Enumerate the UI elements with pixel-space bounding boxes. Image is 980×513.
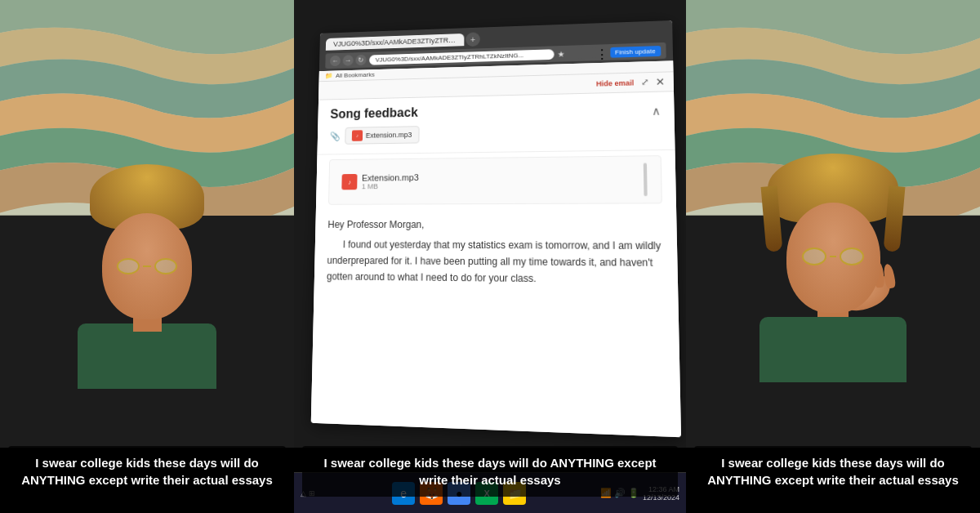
refresh-btn[interactable]: ↻ — [356, 55, 367, 66]
expand-icon[interactable]: ⤢ — [641, 77, 649, 87]
attachment-file-info: Extension.mp3 1 MB — [362, 173, 419, 191]
paperclip-icon: 📎 — [330, 132, 341, 142]
email-content-area: Hide email ⤢ ✕ Song feedback ∧ 📎 ♪ — [311, 73, 681, 438]
email-body-text: I found out yesterday that my statistics… — [327, 238, 664, 289]
person-left — [65, 164, 229, 389]
bookmark-folder-icon: 📁 — [325, 73, 332, 80]
browser-tab-active: VJUG0%3D/sxx/AAMkADE3ZTIyZTRhLTZkNzItNG.… — [326, 33, 465, 51]
right-panel: I swear college kids these days will do … — [686, 0, 980, 513]
attachment-chip[interactable]: ♪ Extension.mp3 — [345, 127, 419, 145]
mp3-chip-icon: ♪ — [352, 131, 363, 142]
browser-actions: ★ ⋮ — [557, 47, 607, 60]
bookmark-star-icon[interactable]: ★ — [557, 50, 564, 59]
caption-text-right: I swear college kids these days will do … — [707, 456, 959, 487]
email-greeting: Hey Professor Morgan, — [327, 217, 662, 234]
tab-label: VJUG0%3D/sxx/AAMkADE3ZTIyZTRhLTZkNzItNG.… — [333, 35, 464, 48]
bookmarks-label[interactable]: All Bookmarks — [336, 71, 375, 79]
profile-icon — [581, 47, 592, 59]
menu-icon[interactable]: ⋮ — [595, 47, 607, 59]
scrollbar-thumb[interactable] — [644, 163, 648, 197]
extension-icon — [567, 48, 578, 60]
address-text: VJUG0%3D/sxx/AAMkADE3ZTIyZTRhLTZkNzItNG.… — [376, 51, 523, 63]
left-panel: I swear college kids these days will do … — [0, 0, 294, 513]
caption-right: I swear college kids these days will do … — [694, 446, 972, 497]
middle-panel: VJUG0%3D/sxx/AAMkADE3ZTIyZTRhLTZkNzItNG.… — [294, 0, 686, 513]
attachment-file-size: 1 MB — [362, 182, 419, 190]
forward-btn[interactable]: → — [343, 56, 354, 66]
address-bar[interactable]: VJUG0%3D/sxx/AAMkADE3ZTIyZTRhLTZkNzItNG.… — [369, 49, 554, 65]
attachment-file-block[interactable]: ♪ Extension.mp3 1 MB — [328, 156, 662, 206]
nav-buttons: ← → ↻ — [330, 55, 367, 66]
caption-text-left: I swear college kids these days will do … — [21, 456, 273, 487]
laptop-screen: VJUG0%3D/sxx/AAMkADE3ZTIyZTRhLTZkNzItNG.… — [294, 0, 686, 448]
person-right — [743, 154, 923, 382]
new-tab-btn[interactable]: + — [466, 33, 480, 47]
attachment-chip-name: Extension.mp3 — [366, 132, 412, 141]
caption-left: I swear college kids these days will do … — [8, 446, 286, 497]
collapse-icon[interactable]: ∧ — [652, 105, 661, 118]
email-body: Hey Professor Morgan, I found out yester… — [314, 209, 678, 298]
email-subject: Song feedback — [330, 106, 418, 122]
mp3-file-icon: ♪ — [342, 174, 358, 190]
back-btn[interactable]: ← — [330, 56, 341, 66]
close-icon[interactable]: ✕ — [655, 76, 665, 88]
email-header: Song feedback ∧ 📎 ♪ Extension.mp3 — [318, 92, 675, 155]
browser-window: VJUG0%3D/sxx/AAMkADE3ZTIyZTRhLTZkNzItNG.… — [311, 20, 681, 437]
finish-update-button[interactable]: Finish update — [610, 46, 661, 58]
hide-email-button[interactable]: Hide email — [596, 78, 634, 87]
caption-text-middle: I swear college kids these days will do … — [323, 456, 656, 487]
caption-middle: I swear college kids these days will do … — [302, 446, 678, 497]
finish-update-label: Finish update — [615, 47, 656, 56]
